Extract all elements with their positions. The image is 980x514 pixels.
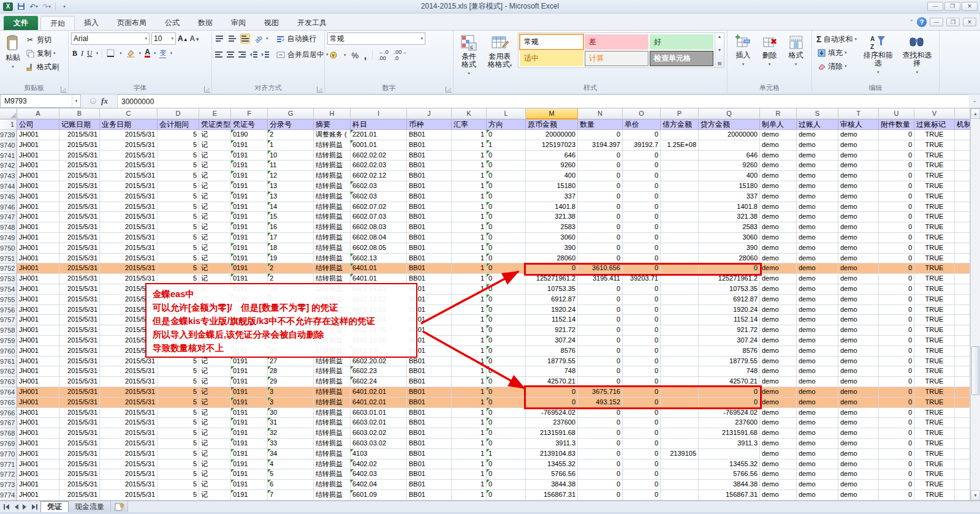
- cell[interactable]: 0191: [231, 490, 268, 501]
- cell[interactable]: demo: [760, 398, 797, 408]
- cell[interactable]: 0191: [231, 212, 268, 222]
- cell[interactable]: 结转损益: [314, 181, 351, 192]
- cell[interactable]: demo: [760, 428, 797, 439]
- tab-审阅[interactable]: 审阅: [222, 16, 255, 30]
- cell[interactable]: 1: [452, 398, 487, 408]
- column-header-L[interactable]: L: [487, 108, 526, 119]
- cell[interactable]: 0191: [231, 140, 268, 151]
- cell[interactable]: 0: [487, 357, 526, 367]
- cell[interactable]: 0: [487, 151, 526, 161]
- cell[interactable]: 记: [199, 428, 231, 439]
- cell[interactable]: 记: [199, 151, 231, 161]
- row-header[interactable]: 9772: [0, 469, 17, 480]
- cell[interactable]: 6401.01: [351, 263, 407, 274]
- cell[interactable]: 1: [452, 315, 487, 325]
- last-sheet-icon[interactable]: [30, 503, 38, 511]
- cell[interactable]: [955, 254, 970, 264]
- cell[interactable]: 2015/5/31: [100, 263, 158, 274]
- cell[interactable]: 5: [158, 428, 199, 439]
- cell[interactable]: 1: [452, 439, 487, 449]
- cell[interactable]: demo: [838, 284, 879, 295]
- cell[interactable]: 5: [158, 192, 199, 202]
- cell[interactable]: demo: [838, 377, 879, 387]
- cell[interactable]: 2015/5/31: [59, 263, 100, 274]
- cell[interactable]: 5: [158, 439, 199, 449]
- cell[interactable]: 1: [452, 192, 487, 202]
- cell[interactable]: demo: [797, 439, 838, 449]
- font-name-combo[interactable]: Arial▾: [71, 32, 150, 45]
- cell[interactable]: 2139104.83: [526, 449, 578, 459]
- cell[interactable]: demo: [838, 357, 879, 367]
- cell[interactable]: 20000000: [526, 130, 578, 140]
- cell[interactable]: JH001: [17, 274, 59, 284]
- font-dialog-launcher[interactable]: ◿: [204, 86, 210, 93]
- cell[interactable]: 记: [199, 233, 231, 243]
- cell[interactable]: 39203.71: [623, 274, 661, 284]
- cell[interactable]: 记: [199, 254, 231, 264]
- cell[interactable]: 过账人: [797, 119, 838, 130]
- cell[interactable]: 6602.08.04: [351, 233, 407, 243]
- cell[interactable]: TRUE: [914, 377, 955, 387]
- cell[interactable]: [661, 263, 699, 274]
- cell[interactable]: 0191: [231, 243, 268, 254]
- cell[interactable]: 2015/5/31: [59, 480, 100, 490]
- fill-color-icon[interactable]: [126, 48, 135, 58]
- cell[interactable]: 2015/5/31: [100, 408, 158, 418]
- cell[interactable]: BB01: [407, 387, 452, 398]
- row-header[interactable]: 9748: [0, 222, 17, 233]
- row-header[interactable]: 9769: [0, 439, 17, 449]
- cell[interactable]: 6602.03: [351, 181, 407, 192]
- cell[interactable]: 0: [578, 428, 623, 439]
- cell[interactable]: 0191: [231, 459, 268, 470]
- cell[interactable]: demo: [760, 315, 797, 325]
- cell[interactable]: 结转损益: [314, 161, 351, 171]
- cell[interactable]: 0191: [231, 408, 268, 418]
- cell[interactable]: demo: [838, 263, 879, 274]
- cell[interactable]: 3844.38: [526, 480, 578, 490]
- cell[interactable]: [955, 377, 970, 387]
- cell[interactable]: TRUE: [914, 274, 955, 284]
- row-header[interactable]: 9754: [0, 284, 17, 295]
- cell[interactable]: 结转损益: [314, 243, 351, 254]
- cell[interactable]: 记: [199, 181, 231, 192]
- cell[interactable]: 5: [158, 202, 199, 213]
- cell[interactable]: demo: [838, 212, 879, 222]
- cell[interactable]: 凭证类型: [199, 119, 231, 130]
- cell[interactable]: 0: [879, 254, 914, 264]
- cell[interactable]: 5: [158, 212, 199, 222]
- cell[interactable]: demo: [797, 408, 838, 418]
- cell[interactable]: -769524.02: [699, 408, 760, 418]
- cell[interactable]: 2015/5/31: [59, 243, 100, 254]
- cell[interactable]: BB01: [407, 459, 452, 470]
- cell[interactable]: TRUE: [914, 408, 955, 418]
- cell[interactable]: [955, 202, 970, 213]
- cell[interactable]: 20000000: [699, 130, 760, 140]
- cell[interactable]: 4: [268, 459, 314, 470]
- cell[interactable]: 2015/5/31: [59, 418, 100, 428]
- cell[interactable]: 0: [623, 449, 661, 459]
- cell[interactable]: BB01: [407, 398, 452, 408]
- cell[interactable]: 6603.01.01: [351, 408, 407, 418]
- row-header[interactable]: 9763: [0, 377, 17, 387]
- row-header[interactable]: 9756: [0, 305, 17, 316]
- cell[interactable]: 0: [879, 222, 914, 233]
- cell[interactable]: 0: [623, 418, 661, 428]
- cell[interactable]: BB01: [407, 449, 452, 459]
- cell[interactable]: 记: [199, 398, 231, 408]
- cell[interactable]: demo: [838, 295, 879, 305]
- cell[interactable]: demo: [760, 130, 797, 140]
- cell[interactable]: 0191: [231, 181, 268, 192]
- cell[interactable]: 0191: [231, 366, 268, 377]
- cell[interactable]: demo: [760, 254, 797, 264]
- cell[interactable]: demo: [760, 233, 797, 243]
- cell[interactable]: demo: [797, 315, 838, 325]
- cell[interactable]: 6602.20.02: [351, 357, 407, 367]
- cell[interactable]: 0: [623, 263, 661, 274]
- cell[interactable]: 币种: [407, 119, 452, 130]
- cell[interactable]: 5: [158, 449, 199, 459]
- cell[interactable]: [955, 469, 970, 480]
- cell[interactable]: [661, 274, 699, 284]
- cell[interactable]: demo: [838, 439, 879, 449]
- cell[interactable]: 11: [268, 161, 314, 171]
- cell[interactable]: 0: [487, 366, 526, 377]
